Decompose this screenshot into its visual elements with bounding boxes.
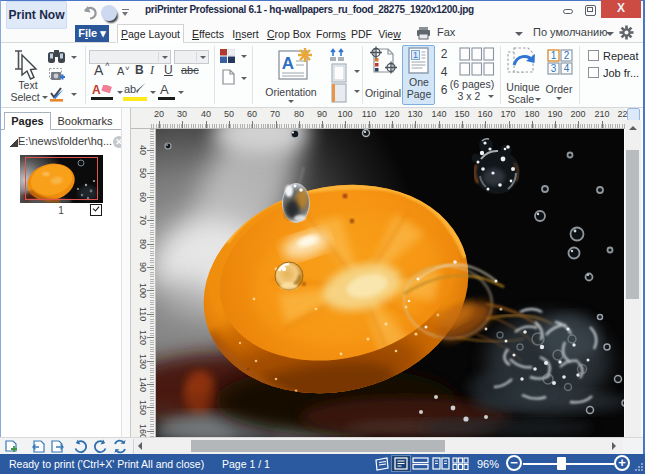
svg-text:1: 1 [413, 50, 418, 60]
svg-text:3: 3 [551, 63, 557, 74]
svg-text:1: 1 [551, 50, 557, 61]
svg-text:A: A [282, 54, 294, 73]
svg-text:2: 2 [564, 50, 570, 61]
svg-text:4: 4 [564, 63, 570, 74]
